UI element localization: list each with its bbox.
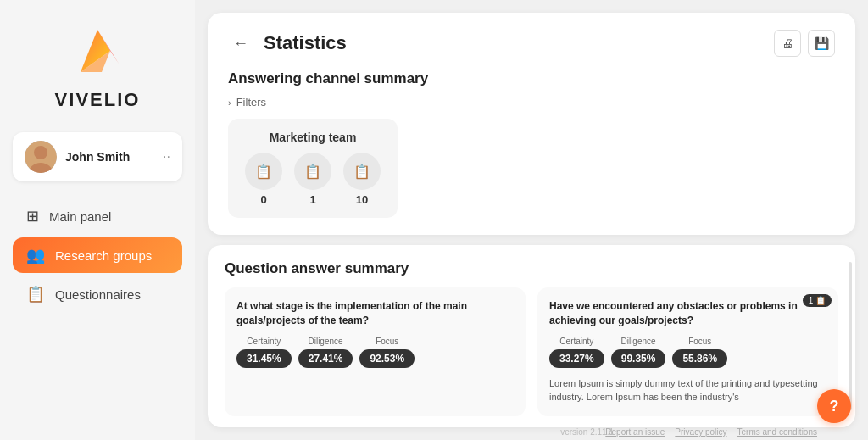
- help-button[interactable]: ?: [817, 389, 851, 423]
- stat-value-focus-0: 92.53%: [359, 349, 415, 368]
- team-doc-icon-1: 📋: [294, 153, 331, 190]
- chevron-right-icon: ›: [228, 97, 231, 108]
- back-button[interactable]: ←: [228, 31, 253, 56]
- stat-group-diligence-0: Diligence 27.41%: [298, 337, 353, 368]
- logo-area: VIVELIO: [55, 17, 141, 111]
- download-button[interactable]: 💾: [808, 30, 835, 57]
- users-icon: 👥: [26, 246, 45, 265]
- stats-header: ← Statistics 🖨 💾: [228, 30, 835, 57]
- page-title: Statistics: [264, 32, 764, 54]
- q-card-0: At what stage is the implementation of t…: [225, 287, 526, 416]
- team-icon-item-2: 📋 10: [343, 153, 381, 206]
- list-icon: 📋: [26, 285, 45, 304]
- team-count-1: 1: [309, 193, 315, 206]
- marketing-team-label: Marketing team: [270, 131, 357, 144]
- stat-label-focus-1: Focus: [688, 337, 711, 346]
- filters-label: Filters: [236, 96, 266, 109]
- logo-text: VIVELIO: [55, 89, 141, 111]
- answering-channel-section: Answering channel summary › Filters Mark…: [228, 70, 835, 218]
- team-icons-row: 📋 0 📋 1 📋 10: [245, 153, 381, 206]
- stat-value-certainty-0: 31.45%: [236, 349, 292, 368]
- filters-toggle[interactable]: › Filters: [228, 96, 835, 109]
- svg-point-4: [34, 146, 47, 159]
- sidebar-item-research-groups[interactable]: 👥 Research groups: [13, 237, 182, 273]
- main-content: ← Statistics 🖨 💾 Answering channel summa…: [195, 0, 868, 440]
- user-card[interactable]: John Smith ··: [13, 132, 182, 181]
- team-count-0: 0: [260, 193, 266, 206]
- stat-group-certainty-1: Certainty 33.27%: [549, 337, 604, 368]
- stat-label-diligence-1: Diligence: [620, 337, 655, 346]
- sidebar-item-label: Questionnaires: [55, 287, 141, 302]
- answering-channel-title: Answering channel summary: [228, 70, 835, 87]
- q-question-0: At what stage is the implementation of t…: [236, 299, 514, 328]
- vivelio-logo-icon: [64, 17, 131, 85]
- user-name: John Smith: [65, 150, 154, 164]
- sidebar-item-questionnaires[interactable]: 📋 Questionnaires: [13, 276, 182, 312]
- privacy-policy-link[interactable]: Privacy policy: [675, 427, 726, 437]
- stat-group-certainty-0: Certainty 31.45%: [236, 337, 292, 368]
- header-actions: 🖨 💾: [774, 30, 835, 57]
- footer-links: Report an issue Privacy policy Terms and…: [605, 427, 817, 437]
- stat-group-focus-0: Focus 92.53%: [359, 337, 415, 368]
- stat-label-focus-0: Focus: [376, 337, 398, 346]
- q-question-1: Have we encountered any obstacles or pro…: [549, 299, 826, 328]
- nav-items: ⊞ Main panel 👥 Research groups 📋 Questio…: [0, 198, 195, 312]
- version-text: version 2.11.1: [560, 427, 614, 437]
- question-answer-title: Question answer summary: [225, 260, 838, 277]
- print-button[interactable]: 🖨: [774, 30, 801, 57]
- terms-link[interactable]: Terms and conditions: [737, 427, 818, 437]
- stats-pills-1: Certainty 33.27% Diligence 99.35% Focus …: [549, 337, 826, 368]
- scroll-indicator: [849, 262, 852, 410]
- stats-pills-0: Certainty 31.45% Diligence 27.41% Focus …: [236, 337, 514, 368]
- team-icon-item-1: 📋 1: [294, 153, 331, 206]
- team-icon-item-0: 📋 0: [245, 153, 282, 206]
- sidebar-item-label: Main panel: [49, 209, 111, 224]
- stat-value-certainty-1: 33.27%: [549, 349, 604, 368]
- stat-value-diligence-0: 27.41%: [298, 349, 353, 368]
- marketing-team-box: Marketing team 📋 0 📋 1 📋 10: [228, 119, 398, 218]
- stat-value-focus-1: 55.86%: [672, 349, 727, 368]
- report-issue-link[interactable]: Report an issue: [605, 427, 665, 437]
- print-icon: 🖨: [782, 36, 793, 50]
- stat-group-focus-1: Focus 55.86%: [672, 337, 727, 368]
- sidebar: VIVELIO John Smith ·· ⊞ Main panel 👥 Res…: [0, 0, 195, 440]
- grid-icon: ⊞: [26, 207, 39, 226]
- stat-label-certainty-1: Certainty: [559, 337, 593, 346]
- team-count-2: 10: [356, 193, 368, 206]
- statistics-panel: ← Statistics 🖨 💾 Answering channel summa…: [208, 13, 855, 235]
- stat-group-diligence-1: Diligence 99.35%: [611, 337, 666, 368]
- user-menu-button[interactable]: ··: [163, 149, 170, 164]
- download-icon: 💾: [815, 36, 829, 50]
- stat-label-diligence-0: Diligence: [308, 337, 342, 346]
- avatar: [25, 141, 57, 173]
- team-doc-icon-2: 📋: [343, 153, 381, 190]
- team-doc-icon-0: 📋: [245, 153, 282, 190]
- stat-value-diligence-1: 99.35%: [611, 349, 666, 368]
- stat-label-certainty-0: Certainty: [247, 337, 281, 346]
- q-card-1: 1 📋 Have we encountered any obstacles or…: [537, 287, 838, 416]
- sidebar-item-label: Research groups: [55, 248, 152, 263]
- sidebar-item-main-panel[interactable]: ⊞ Main panel: [13, 198, 182, 234]
- question-answer-panel: Question answer summary At what stage is…: [208, 245, 855, 427]
- question-cards-row: At what stage is the implementation of t…: [225, 287, 838, 416]
- card-badge-1: 1 📋: [803, 294, 832, 307]
- q-body-text-1: Lorem Ipsum is simply dummy text of the …: [549, 376, 826, 404]
